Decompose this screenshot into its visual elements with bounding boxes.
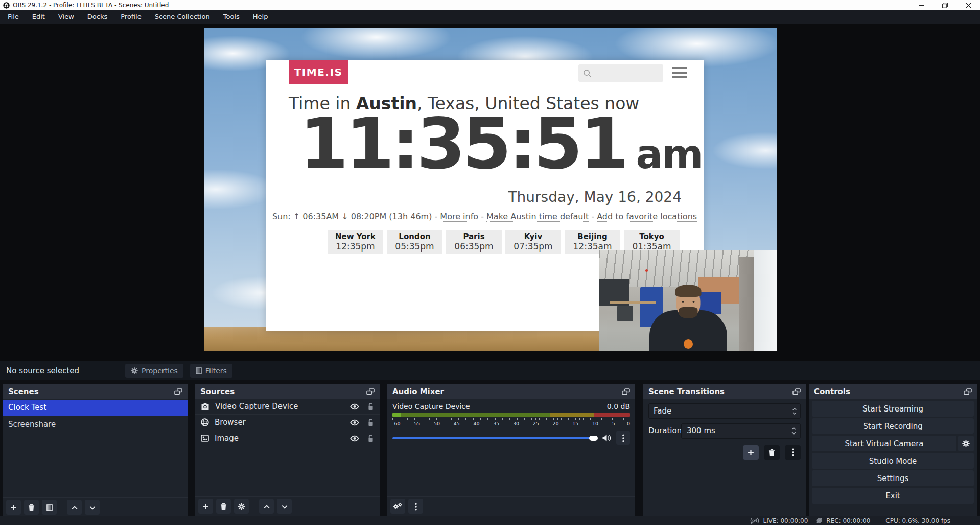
exit-button[interactable]: Exit	[812, 488, 974, 504]
add-favorite-link[interactable]: Add to favorite locations	[597, 212, 697, 222]
gear-icon	[962, 440, 970, 447]
volume-slider[interactable]	[392, 437, 597, 439]
start-virtual-camera-button[interactable]: Start Virtual Camera	[812, 436, 956, 451]
restore-button[interactable]	[933, 0, 956, 10]
start-streaming-button[interactable]: Start Streaming	[812, 401, 974, 417]
sources-dock: Sources Video Capture Device Browser	[195, 384, 380, 516]
menu-tools[interactable]: Tools	[217, 10, 246, 24]
move-scene-up-button[interactable]	[67, 500, 82, 515]
duration-spinner[interactable]	[791, 427, 796, 435]
meter-tick-labels: -60-55-50-45-40-35-30-25-20-15-10-50	[392, 421, 630, 426]
source-status-toolbar: No source selected Properties Filters	[0, 361, 980, 380]
studio-mode-button[interactable]: Studio Mode	[812, 453, 974, 469]
menu-file[interactable]: File	[1, 10, 26, 24]
mixer-menu-button[interactable]	[408, 499, 423, 514]
menu-view[interactable]: View	[52, 10, 81, 24]
transition-options-button[interactable]	[785, 445, 801, 460]
city-card[interactable]: New York12:35pm	[328, 230, 383, 254]
popout-icon[interactable]	[964, 388, 972, 395]
menu-bar: File Edit View Docks Profile Scene Colle…	[0, 10, 980, 24]
live-status: LIVE: 00:00:00	[750, 517, 808, 524]
move-source-up-button[interactable]	[259, 499, 274, 514]
transition-selected-value: Fade	[654, 406, 671, 416]
video-preview[interactable]: TIME.IS Time in Austin, Texas, United St…	[204, 28, 777, 351]
popout-icon[interactable]	[622, 388, 630, 395]
preview-area: TIME.IS Time in Austin, Texas, United St…	[0, 24, 980, 361]
volume-slider-handle[interactable]	[589, 436, 598, 441]
move-source-down-button[interactable]	[277, 499, 292, 514]
scenes-dock-title: Scenes	[8, 387, 39, 396]
hamburger-menu-icon[interactable]	[672, 67, 687, 78]
menu-docks[interactable]: Docks	[81, 10, 114, 24]
city-card[interactable]: Kyiv07:35pm	[505, 230, 561, 254]
camera-icon	[201, 403, 209, 410]
add-scene-button[interactable]	[6, 500, 21, 515]
virtual-camera-settings-button[interactable]	[958, 436, 974, 451]
add-transition-button[interactable]	[743, 445, 759, 460]
title-bar: OBS 29.1.2 - Profile: LLHLS BETA - Scene…	[0, 0, 980, 10]
settings-button[interactable]: Settings	[812, 470, 974, 486]
scene-filters-button[interactable]	[42, 500, 57, 515]
transitions-header: Scene Transitions	[643, 384, 806, 399]
popout-icon[interactable]	[174, 388, 182, 395]
source-label: Video Capture Device	[215, 402, 298, 411]
menu-scene-collection[interactable]: Scene Collection	[148, 10, 217, 24]
kebab-menu-icon	[415, 503, 417, 511]
start-recording-button[interactable]: Start Recording	[812, 418, 974, 434]
city-card[interactable]: London05:35pm	[387, 230, 442, 254]
more-info-link[interactable]: More info	[440, 212, 478, 222]
source-item[interactable]: Image	[195, 430, 380, 446]
unlock-icon[interactable]	[367, 435, 374, 442]
person-head	[676, 287, 700, 317]
source-item[interactable]: Video Capture Device	[195, 399, 380, 415]
chevron-down-icon	[792, 412, 797, 415]
transition-select[interactable]: Fade	[648, 403, 801, 419]
popout-icon[interactable]	[366, 388, 375, 395]
clock-time: 11:35:51	[299, 109, 626, 179]
chevron-up-icon	[791, 427, 796, 430]
hoodie-logo	[684, 339, 693, 349]
remove-source-button[interactable]	[216, 499, 231, 514]
menu-edit[interactable]: Edit	[26, 10, 52, 24]
kebab-menu-icon	[792, 448, 794, 456]
add-source-button[interactable]	[198, 499, 213, 514]
obs-window: OBS 29.1.2 - Profile: LLHLS BETA - Scene…	[0, 0, 980, 525]
plus-icon	[11, 505, 17, 511]
duration-input[interactable]: 300 ms	[681, 423, 801, 439]
chevron-down-icon	[89, 506, 96, 510]
person-eye	[692, 301, 694, 303]
properties-button[interactable]: Properties	[125, 364, 183, 378]
audio-mixer-toolbar	[387, 496, 635, 516]
popout-icon[interactable]	[792, 388, 801, 395]
broadcast-off-icon	[750, 517, 760, 524]
remove-scene-button[interactable]	[24, 500, 39, 515]
menu-profile[interactable]: Profile	[114, 10, 148, 24]
menu-help[interactable]: Help	[246, 10, 275, 24]
cpu-fps-status: CPU: 0.6%, 30.00 fps	[885, 517, 950, 524]
eye-icon[interactable]	[349, 403, 360, 410]
move-scene-down-button[interactable]	[85, 500, 100, 515]
advanced-audio-button[interactable]	[390, 499, 405, 514]
scene-item[interactable]: Clock Test	[3, 400, 188, 416]
search-input[interactable]	[578, 64, 663, 82]
make-default-link[interactable]: Make Austin time default	[486, 212, 589, 222]
transitions-body: Fade Duration 300 ms	[643, 399, 806, 516]
mixer-options-button[interactable]	[616, 431, 630, 445]
eye-icon[interactable]	[349, 419, 360, 426]
controls-dock: Controls Start Streaming Start Recording…	[809, 384, 977, 516]
filters-button[interactable]: Filters	[190, 364, 232, 378]
source-properties-button[interactable]	[234, 499, 249, 514]
close-button[interactable]	[956, 0, 980, 10]
speaker-icon[interactable]	[602, 434, 612, 442]
eye-icon[interactable]	[349, 435, 360, 442]
city-card[interactable]: Paris06:35pm	[446, 230, 502, 254]
sources-dock-header: Sources	[195, 384, 380, 399]
combo-spinner[interactable]	[788, 404, 800, 418]
remove-transition-button[interactable]	[764, 445, 780, 460]
scene-item[interactable]: Screenshare	[3, 417, 188, 432]
unlock-icon[interactable]	[367, 419, 374, 426]
chevron-up-icon	[72, 506, 78, 510]
source-item[interactable]: Browser	[195, 415, 380, 430]
minimize-button[interactable]	[909, 0, 933, 10]
unlock-icon[interactable]	[367, 403, 374, 410]
